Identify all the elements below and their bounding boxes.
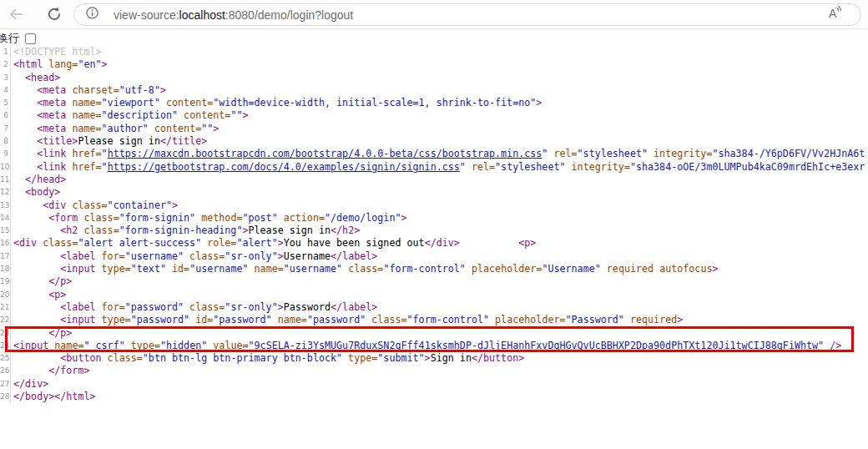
reload-icon <box>46 6 63 25</box>
source-line: 5 <meta name="viewport" content="width=d… <box>0 97 868 109</box>
code-token: > <box>213 123 219 134</box>
source-line: 23 </p> <box>0 327 868 340</box>
code-token: > <box>425 352 431 364</box>
url-scheme: view-source: <box>114 8 179 22</box>
code-token: name= <box>249 263 284 275</box>
line-number: 27 <box>0 378 11 391</box>
line-code: <head> <box>11 72 60 84</box>
line-code: <button class="btn btn-lg btn-primary bt… <box>11 352 524 365</box>
code-token: " <box>102 148 108 159</box>
code-token: lang= <box>43 58 78 70</box>
line-code: <link href="https://maxcdn.bootstrapcdn.… <box>11 148 865 160</box>
code-token: > <box>278 301 284 313</box>
source-line: 1<!DOCTYPE html> <box>0 46 868 58</box>
source-line: 26 </form> <box>0 365 868 377</box>
line-code: <h2 class="form-signin-heading">Please s… <box>11 224 360 237</box>
code-token: </body></html> <box>13 391 96 402</box>
code-token: <div <box>13 199 66 211</box>
code-token: "viewport" <box>102 97 160 108</box>
code-token: class= <box>342 263 383 275</box>
source-line: 2<html lang="en"> <box>0 58 868 71</box>
source-link[interactable]: https://getbootstrap.com/docs/4.0/exampl… <box>108 161 460 173</box>
code-token: <meta <box>13 109 66 121</box>
line-code: <input type="password" id="password" nam… <box>11 314 683 326</box>
address-bar[interactable]: view-source:localhost:8080/demo/login?lo… <box>73 3 861 26</box>
line-number: 14 <box>0 212 11 224</box>
reload-button[interactable] <box>43 4 65 26</box>
line-code: <!DOCTYPE html> <box>11 46 102 58</box>
code-token: name= <box>66 109 101 121</box>
source-line: 12 <body> <box>0 186 868 199</box>
line-number: 13 <box>0 199 11 212</box>
code-token: integrity= <box>648 148 712 159</box>
code-token: required <box>624 314 677 325</box>
code-token: </button> <box>472 352 524 364</box>
source-link[interactable]: https://maxcdn.bootstrapcdn.com/bootstra… <box>108 148 542 159</box>
source-line: 8 <title>Please sign in</title> <box>0 135 868 148</box>
code-token: rel= <box>548 148 577 159</box>
code-token: > <box>172 199 178 211</box>
code-token: <div <box>13 237 37 249</box>
source-line: 22 <input type="password" id="password" … <box>0 314 868 326</box>
code-token: Please sign in <box>249 224 331 236</box>
read-aloud-button[interactable]: A <box>825 3 846 25</box>
line-number: 11 <box>0 174 11 186</box>
code-token: /> <box>824 340 841 351</box>
read-aloud-icon: A <box>826 5 845 24</box>
code-token: placeholder= <box>489 314 565 325</box>
code-token: > <box>401 212 406 224</box>
back-arrow-icon <box>8 6 24 25</box>
code-token: "submit" <box>377 352 424 364</box>
code-token: "form-control" <box>383 263 466 275</box>
code-token: action= <box>278 212 325 224</box>
line-code: <meta name="viewport" content="width=dev… <box>11 97 542 109</box>
source-line: 20 <p> <box>0 289 868 301</box>
line-number: 25 <box>0 352 11 365</box>
code-token: "" <box>230 109 242 121</box>
code-token: "form-control" <box>407 314 490 325</box>
code-token: "en" <box>78 58 101 70</box>
line-number: 1 <box>0 46 11 58</box>
code-token: </label> <box>331 301 377 313</box>
code-token: for= <box>96 250 125 262</box>
source-line: 10 <link href="https://getbootstrap.com/… <box>0 161 868 174</box>
source-line: 6 <meta name="description" content=""> <box>0 109 868 122</box>
url-text: view-source:localhost:8080/demo/login?lo… <box>114 8 353 22</box>
code-token: "width=device-width, initial-scale=1, sh… <box>213 97 536 108</box>
code-token: "post" <box>242 212 277 224</box>
line-wrap-row: 换行 <box>0 31 36 46</box>
line-number: 7 <box>0 123 11 135</box>
line-number: 23 <box>0 327 11 340</box>
code-token: "Password" <box>566 314 624 325</box>
source-line: 16<div class="alert alert-success" role=… <box>0 237 868 250</box>
code-token: </div> <box>13 378 48 390</box>
code-token: > <box>677 314 683 325</box>
code-token: <label <box>13 301 96 313</box>
code-token: <body> <box>13 186 60 198</box>
code-token: > <box>712 263 718 275</box>
code-token: class= <box>184 301 225 313</box>
code-token: charset= <box>66 84 119 96</box>
line-code: <div class="alert alert-success" role="a… <box>11 237 536 250</box>
code-token: type= <box>96 263 131 275</box>
code-token: type= <box>125 340 160 351</box>
source-line: 18 <input type="text" id="username" name… <box>0 263 868 275</box>
line-wrap-checkbox[interactable] <box>25 33 36 44</box>
line-code: <label for="username" class="sr-only">Us… <box>11 250 377 263</box>
page-info-icon[interactable] <box>85 6 99 23</box>
line-code: <label for="password" class="sr-only">Pa… <box>11 301 377 314</box>
line-number: 26 <box>0 365 11 377</box>
line-code: <form class="form-signin" method="post" … <box>11 212 407 224</box>
line-code: </body></html> <box>11 391 96 403</box>
code-token: content= <box>178 109 230 121</box>
browser-toolbar: view-source:localhost:8080/demo/login?lo… <box>0 0 868 29</box>
code-token: > <box>242 109 248 121</box>
code-token: class= <box>184 250 225 262</box>
code-token: "" <box>201 123 213 134</box>
code-token: <label <box>13 250 96 262</box>
back-button[interactable] <box>5 4 27 26</box>
code-token: <h2 <box>13 224 78 236</box>
code-token: class= <box>78 212 119 224</box>
url-path: :8080/demo/login?logout <box>225 8 353 22</box>
code-token: > <box>278 250 284 262</box>
